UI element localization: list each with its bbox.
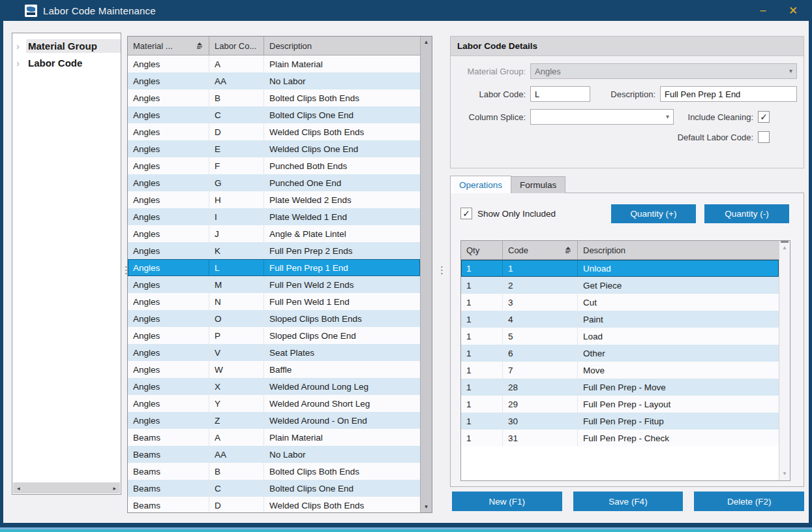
table-row[interactable]: AnglesFPunched Both Ends (128, 157, 420, 174)
show-only-included-checkbox[interactable]: ✓ (460, 208, 472, 219)
cell: 1 (461, 396, 503, 413)
quantity-minus-button[interactable]: Quantity (-) (704, 204, 789, 223)
cell: A (209, 429, 264, 446)
table-row[interactable]: 15Load (461, 328, 779, 345)
show-only-included-label: Show Only Included (477, 209, 556, 219)
scroll-down-button[interactable]: ▼ (421, 504, 432, 510)
tree-horizontal-scrollbar[interactable]: ◂ ▸ (13, 482, 120, 493)
chevron-right-icon: › (16, 40, 26, 52)
table-row[interactable]: AnglesEWelded Clips One End (128, 140, 420, 157)
tree-item-labor-code[interactable]: › Labor Code (12, 54, 121, 71)
minimize-button[interactable]: – (748, 0, 778, 21)
operations-grid-vertical-scrollbar[interactable]: ▲ ▼ (779, 241, 790, 480)
table-row[interactable]: AnglesGPunched One End (128, 174, 420, 191)
table-row[interactable]: BeamsCBolted Clips One End (128, 480, 420, 497)
table-row[interactable]: AnglesCBolted Clips One End (128, 106, 420, 123)
table-row[interactable]: 13Cut (461, 294, 779, 311)
table-row[interactable]: 130Full Pen Prep - Fitup (461, 413, 779, 430)
cell: 30 (503, 413, 578, 430)
table-row[interactable]: 17Move (461, 362, 779, 379)
column-splice-combobox[interactable]: ▾ (530, 109, 674, 125)
table-row[interactable]: AnglesZWelded Around - On End (128, 412, 420, 429)
cell: No Labor (264, 446, 420, 463)
include-cleaning-label: Include Cleaning: (688, 112, 758, 122)
table-row[interactable]: AnglesDWelded Clips Both Ends (128, 123, 420, 140)
new-button[interactable]: New (F1) (452, 492, 562, 511)
cell: A (209, 55, 264, 72)
close-button[interactable]: ✕ (778, 0, 808, 21)
scrollbar-thumb[interactable] (781, 241, 789, 243)
labor-grid-vertical-scrollbar[interactable]: ▲ ▼ (420, 37, 432, 512)
cell: 4 (503, 311, 578, 328)
column-header-description[interactable]: Description (578, 241, 779, 259)
cell: N (209, 293, 264, 310)
table-row[interactable]: AnglesNFull Pen Weld 1 End (128, 293, 420, 310)
scroll-right-button[interactable]: ▸ (109, 485, 120, 492)
cell: Unload (578, 260, 779, 277)
table-row[interactable]: BeamsBBolted Clips Both Ends (128, 463, 420, 480)
tree-item-label: Labor Code (26, 56, 84, 70)
splitter-handle[interactable]: ⋮ (437, 268, 444, 272)
save-button[interactable]: Save (F4) (573, 492, 684, 511)
cell: Sloped Clips Both Ends (264, 310, 420, 327)
column-header-code[interactable]: Code (503, 241, 578, 259)
scroll-up-button[interactable]: ▲ (421, 39, 432, 45)
cell: Angles (128, 72, 209, 89)
delete-button[interactable]: Delete (F2) (694, 492, 804, 511)
cell: Baffle (264, 361, 420, 378)
labor-code-input[interactable]: L (530, 86, 590, 102)
table-row[interactable]: 11Unload (461, 260, 779, 277)
cell: 1 (461, 379, 503, 396)
table-row[interactable]: AnglesKFull Pen Prep 2 Ends (128, 242, 420, 259)
table-row[interactable]: AnglesAANo Labor (128, 72, 420, 89)
chevron-right-icon: › (16, 57, 26, 69)
table-row[interactable]: AnglesHPlate Welded 2 Ends (128, 191, 420, 208)
table-row[interactable]: AnglesYWelded Around Short Leg (128, 395, 420, 412)
cell: Angles (128, 242, 209, 259)
table-row[interactable]: 12Get Piece (461, 277, 779, 294)
table-row[interactable]: AnglesAPlain Material (128, 55, 420, 72)
scroll-left-button[interactable]: ◂ (13, 485, 24, 492)
description-input[interactable]: Full Pen Prep 1 End (660, 86, 797, 102)
app-icon (25, 5, 37, 17)
cell: 31 (503, 430, 578, 446)
scroll-up-button[interactable]: ▲ (779, 245, 790, 251)
table-row[interactable]: 14Paint (461, 311, 779, 328)
labor-code-label: Labor Code: (457, 89, 530, 99)
tree-item-material-group[interactable]: › Material Group (12, 37, 121, 54)
tab-formulas[interactable]: Formulas (511, 176, 565, 193)
table-row[interactable]: AnglesJAngle & Plate Lintel (128, 225, 420, 242)
include-cleaning-checkbox[interactable]: ✓ (758, 111, 770, 123)
scroll-down-button[interactable]: ▼ (779, 471, 790, 477)
column-header-labor-code[interactable]: Labor Co... (209, 37, 264, 55)
cell: 1 (461, 294, 503, 311)
table-row[interactable]: BeamsAANo Labor (128, 446, 420, 463)
quantity-plus-button[interactable]: Quantity (+) (611, 204, 696, 223)
table-row[interactable]: AnglesOSloped Clips Both Ends (128, 310, 420, 327)
table-row[interactable]: AnglesBBolted Clips Both Ends (128, 89, 420, 106)
table-row[interactable]: AnglesXWelded Around Long Leg (128, 378, 420, 395)
table-row[interactable]: AnglesWBaffle (128, 361, 420, 378)
table-row[interactable]: 131Full Pen Prep - Check (461, 430, 779, 446)
tab-operations[interactable]: Operations (450, 176, 511, 193)
table-row[interactable]: 128Full Pen Prep - Move (461, 379, 779, 396)
default-labor-code-checkbox[interactable] (758, 131, 770, 143)
table-row[interactable]: 129Full Pen Prep - Layout (461, 396, 779, 413)
table-row[interactable]: AnglesPSloped Clips One End (128, 327, 420, 344)
column-header-description[interactable]: Description (264, 37, 420, 55)
cell: Y (209, 395, 264, 412)
action-buttons: New (F1) Save (F4) Delete (F2) (452, 492, 804, 511)
table-row[interactable]: BeamsDWelded Clips Both Ends (128, 497, 420, 512)
table-row[interactable]: BeamsAPlain Material (128, 429, 420, 446)
cell: Plain Material (264, 429, 420, 446)
cell: Angles (128, 293, 209, 310)
table-row[interactable]: AnglesLFull Pen Prep 1 End (128, 259, 420, 276)
column-header-qty[interactable]: Qty (461, 241, 503, 259)
table-row[interactable]: AnglesIPlate Welded 1 End (128, 208, 420, 225)
column-header-material-group[interactable]: Material ... (128, 37, 209, 55)
table-row[interactable]: AnglesVSeat Plates (128, 344, 420, 361)
cell: Angles (128, 89, 209, 106)
table-row[interactable]: AnglesMFull Pen Weld 2 Ends (128, 276, 420, 293)
minimize-icon: – (760, 5, 766, 16)
table-row[interactable]: 16Other (461, 345, 779, 362)
